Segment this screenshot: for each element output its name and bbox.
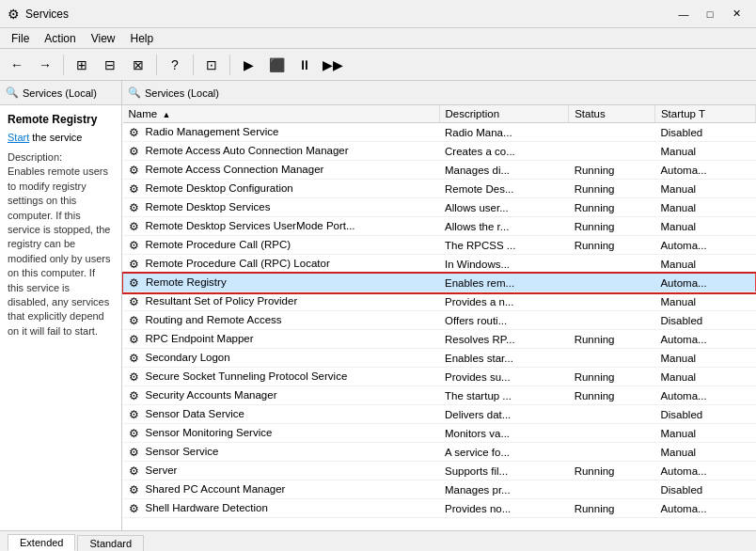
table-row[interactable]: ⚙RPC Endpoint MapperResolves RP...Runnin… [123, 330, 756, 349]
service-status-cell [569, 480, 655, 499]
toolbar: ← → ⊞ ⊟ ⊠ ? ⊡ ▶ ⬛ ⏸ ▶▶ [0, 49, 756, 81]
table-row[interactable]: ⚙Remote Desktop Services UserMode Port..… [123, 217, 756, 236]
service-name-cell: ⚙Shell Hardware Detection [123, 499, 440, 518]
service-desc-cell: Manages pr... [439, 480, 569, 499]
service-startup-cell: Manual [654, 424, 755, 443]
service-desc-cell: Offers routi... [439, 311, 569, 330]
service-status-cell: Running [569, 198, 655, 217]
service-desc-cell: Radio Mana... [439, 123, 569, 142]
table-row[interactable]: ⚙Remote Access Auto Connection ManagerCr… [123, 142, 756, 161]
service-name-cell: ⚙Remote Desktop Services [123, 198, 440, 217]
service-name-cell: ⚙Resultant Set of Policy Provider [123, 292, 440, 311]
properties-button[interactable]: ⊠ [125, 53, 151, 77]
tab-extended[interactable]: Extended [8, 534, 75, 551]
table-row[interactable]: ⚙Remote Procedure Call (RPC) LocatorIn W… [123, 255, 756, 274]
start-service-button[interactable]: ▶ [235, 53, 261, 77]
service-startup-cell: Manual [654, 142, 755, 161]
gear-icon: ⚙ [129, 220, 142, 233]
menu-view[interactable]: View [84, 30, 123, 47]
gear-icon: ⚙ [129, 427, 142, 440]
table-row[interactable]: ⚙Sensor Data ServiceDelivers dat...Disab… [123, 405, 756, 424]
minimize-button[interactable]: — [671, 5, 696, 24]
table-row[interactable]: ⚙Resultant Set of Policy ProviderProvide… [123, 292, 756, 311]
gear-icon: ⚙ [129, 126, 142, 139]
service-status-cell: Running [569, 368, 655, 386]
col-header-startup[interactable]: Startup T [654, 105, 755, 123]
separator-4 [229, 55, 230, 75]
table-row[interactable]: ⚙Routing and Remote AccessOffers routi..… [123, 311, 756, 330]
col-header-description[interactable]: Description [439, 105, 569, 123]
start-service-link[interactable]: Start [8, 132, 29, 143]
table-row[interactable]: ⚙Remote RegistryEnables rem...Automa... [123, 274, 756, 292]
back-button[interactable]: ← [4, 53, 30, 77]
service-status-cell [569, 274, 655, 292]
show-hide-button[interactable]: ⊟ [97, 53, 123, 77]
menu-file[interactable]: File [4, 30, 37, 47]
service-desc-cell: Allows the r... [439, 217, 569, 236]
service-name-cell: ⚙Secure Socket Tunneling Protocol Servic… [123, 368, 440, 386]
service-startup-cell: Automa... [654, 236, 755, 255]
service-desc-cell: Monitors va... [439, 424, 569, 443]
service-name-cell: ⚙Remote Procedure Call (RPC) Locator [123, 255, 440, 274]
service-status-cell: Running [569, 217, 655, 236]
service-name-cell: ⚙Remote Access Connection Manager [123, 161, 440, 180]
table-row[interactable]: ⚙Sensor Monitoring ServiceMonitors va...… [123, 424, 756, 443]
service-name-cell: ⚙RPC Endpoint Mapper [123, 330, 440, 349]
restart-service-button[interactable]: ▶▶ [320, 53, 346, 77]
service-name-cell: ⚙Server [123, 462, 440, 480]
service-status-cell [569, 142, 655, 161]
table-row[interactable]: ⚙Radio Management ServiceRadio Mana...Di… [123, 123, 756, 142]
gear-icon: ⚙ [129, 201, 142, 214]
service-status-cell: Running [569, 330, 655, 349]
table-row[interactable]: ⚙Secure Socket Tunneling Protocol Servic… [123, 368, 756, 386]
refresh-button[interactable]: ⊡ [198, 53, 225, 77]
tab-standard[interactable]: Standard [77, 535, 144, 551]
service-desc-cell: Provides no... [439, 499, 569, 518]
gear-icon: ⚙ [129, 464, 142, 478]
app-icon: ⚙ [8, 7, 20, 22]
table-row[interactable]: ⚙Security Accounts ManagerThe startup ..… [123, 386, 756, 405]
table-row[interactable]: ⚙Remote Access Connection ManagerManages… [123, 161, 756, 180]
forward-button[interactable]: → [32, 53, 58, 77]
col-header-status[interactable]: Status [569, 105, 655, 123]
table-row[interactable]: ⚙Shell Hardware DetectionProvides no...R… [123, 499, 756, 518]
sort-indicator: ▲ [162, 110, 170, 119]
table-header-row: Name ▲ Description Status Startup T [123, 105, 756, 123]
close-button[interactable]: ✕ [724, 5, 748, 24]
gear-icon: ⚙ [129, 502, 142, 515]
service-desc-cell: Remote Des... [439, 180, 569, 198]
services-table[interactable]: Name ▲ Description Status Startup T ⚙Rad… [122, 105, 756, 530]
gear-icon: ⚙ [129, 295, 142, 308]
help-button[interactable]: ? [162, 53, 188, 77]
service-startup-cell: Manual [654, 180, 755, 198]
table-row[interactable]: ⚙Sensor ServiceA service fo...Manual [123, 443, 756, 462]
menu-help[interactable]: Help [123, 30, 162, 47]
pause-service-button[interactable]: ⏸ [291, 53, 318, 77]
table-row[interactable]: ⚙Remote Procedure Call (RPC)The RPCSS ..… [123, 236, 756, 255]
service-desc-cell: Provides a n... [439, 292, 569, 311]
separator-1 [63, 55, 64, 75]
table-row[interactable]: ⚙Secondary LogonEnables star...Manual [123, 349, 756, 368]
maximize-button[interactable]: □ [698, 5, 722, 24]
service-name-cell: ⚙Routing and Remote Access [123, 311, 440, 330]
service-desc-cell: Supports fil... [439, 462, 569, 480]
col-header-name[interactable]: Name ▲ [123, 105, 440, 123]
service-name-cell: ⚙Security Accounts Manager [123, 386, 440, 405]
service-name-cell: ⚙Sensor Service [123, 443, 440, 462]
table-row[interactable]: ⚙ServerSupports fil...RunningAutoma... [123, 462, 756, 480]
service-startup-cell: Automa... [654, 386, 755, 405]
window-controls: — □ ✕ [671, 5, 748, 24]
gear-icon: ⚙ [129, 258, 142, 271]
table-row[interactable]: ⚙Shared PC Account ManagerManages pr...D… [123, 480, 756, 499]
stop-service-button[interactable]: ⬛ [263, 53, 290, 77]
service-name-cell: ⚙Sensor Data Service [123, 405, 440, 424]
table-row[interactable]: ⚙Remote Desktop ServicesAllows user...Ru… [123, 198, 756, 217]
menu-action[interactable]: Action [37, 30, 83, 47]
gear-icon: ⚙ [129, 164, 142, 177]
service-startup-cell: Manual [654, 255, 755, 274]
table-row[interactable]: ⚙Remote Desktop ConfigurationRemote Des.… [123, 180, 756, 198]
service-startup-cell: Manual [654, 292, 755, 311]
service-name-cell: ⚙Remote Registry [123, 274, 440, 292]
service-desc-cell: The RPCSS ... [439, 236, 569, 255]
up-button[interactable]: ⊞ [69, 53, 95, 77]
